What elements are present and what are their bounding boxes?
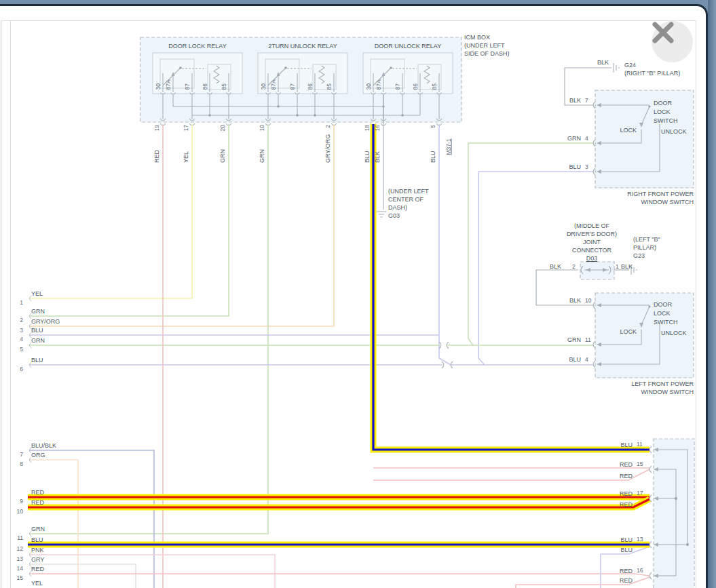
switch-position-label: LOCK [609,328,637,336]
row-number: 12 [14,545,23,553]
icm-wire-label: BLU18 [364,125,371,163]
row-number: 14 [14,565,23,572]
ground-location-label: CENTER OF [388,196,423,203]
wire-color-label: YEL [31,580,43,587]
switch-position-label: LOCK [609,127,637,134]
switch-position-label: UNLOCK [661,128,687,136]
wire-color-label: BLK [559,297,581,305]
wiring-diagram-panel: ICM BOX (UNDER LEFT SIDE OF DASH) DOOR L… [0,0,716,588]
relay-pin-number: 87A [375,73,383,90]
pin-number-label: 1 [616,263,619,271]
ground-location-label: (UNDER LEFT [388,188,429,195]
icm-wire-label: GRN10 [259,125,265,163]
ground-id-label: G23 [633,252,645,260]
ground-location-label: (RIGHT "B" PILLAR) [624,70,680,77]
pin-number-label: 3 [585,163,588,171]
ground-location-label: PILLAR) [633,244,656,252]
row-number: 6 [14,366,23,373]
icm-wire-label: GRY/ORG2 [324,125,331,163]
wire-color-label: BLK [374,151,381,163]
relay-pin-number: 85 [431,73,438,90]
ground-id-label: G24 [624,62,636,69]
component-caption: RIGHT FRONT POWER [577,191,694,198]
row-number: 8 [14,460,23,468]
row-number: 10 [14,508,23,515]
ground-id-label: G03 [388,212,400,220]
pin-number-label: 16 [374,125,381,131]
switch-title: SWITCH [654,319,678,326]
row-number: 13 [14,555,23,563]
row-number: 7 [14,451,23,458]
wire-color-label: GRN [219,149,226,163]
wire-color-label: RED [153,150,160,163]
row-number: 9 [14,498,23,505]
relay-pin-number: 30 [260,73,267,90]
dashed-component-box [654,439,694,588]
wire-color-label: RED [609,490,633,498]
close-icon [652,21,675,44]
wire-color-label: GRN [559,336,581,344]
ground-location-label: DASH) [388,204,407,212]
wiring-diagram-canvas [0,0,716,588]
wire-color-label: BLU [31,327,43,334]
wire-color-label: BLU [31,357,43,364]
wire-color-label: BLU [609,547,633,554]
relay-pin-number: 85 [221,73,228,90]
row-number: 11 [14,534,23,542]
switch-title: DOOR [654,301,672,309]
row-number: 1 [14,299,23,307]
relay-pin-number: 86 [307,73,314,90]
joint-connector-label: (MIDDLE OF [550,222,634,230]
pin-number-label: 17 [183,125,189,131]
wire-color-label: BLU [609,442,633,449]
icm-wire-label: BLU5 [430,125,436,163]
ground-location-label: (LEFT "B" [633,236,660,243]
relay-pin-number: 87 [394,73,402,90]
wire-color-label: RED [609,473,633,480]
wire-color-label: RED [609,461,633,469]
switch-title: LOCK [654,310,671,317]
joint-connector-label: DRIVER'S DOOR) [550,231,634,238]
diagram-viewer-window: { "icm": { "title_lines": ["ICM BOX", "(… [0,0,716,588]
pin-number-label: 10 [585,297,591,305]
joint-connector-label: JOINT [550,239,634,246]
pin-number-label: 5 [430,125,436,128]
relay-pin-number: 86 [412,73,419,90]
pin-number-label: 11 [637,441,643,448]
icm-box-label: (UNDER LEFT [464,42,505,50]
pin-number-label: 19 [153,125,160,131]
wire-color-label: BLU/BLK [31,442,56,450]
row-number: 5 [14,346,23,353]
wire-color-label: GRY/ORG [31,318,60,326]
pin-number-label: 20 [219,125,226,131]
wire-color-label: BLU [430,151,436,163]
pin-number-label: 18 [364,125,371,131]
switch-title: SWITCH [654,117,678,125]
connector-id-label: M37-1 [445,127,453,155]
wire-color-label: BLU [609,536,633,544]
switch-position-label: UNLOCK [661,330,687,337]
joint-connector-label: CONNECTOR [550,247,634,254]
switch-title: LOCK [654,109,671,116]
wire-color-label: GRN [259,149,265,163]
pin-number-label: 7 [585,97,588,104]
wire-color-label: GRY [31,556,44,564]
wire-color-label: BLK [597,59,609,66]
icm-wire-label: YEL17 [183,125,189,163]
wire-color-label: GRY/ORG [324,134,331,163]
pin-number-label: 2 [324,125,331,128]
close-button[interactable] [652,21,693,62]
icm-wire-label: GRN20 [219,125,226,163]
switch-title: DOOR [654,100,672,107]
pin-number-label: 15 [637,460,643,468]
component-caption: LEFT FRONT POWER [577,380,694,388]
pin-number-label: 13 [637,536,643,543]
icm-wire-label: BLK16 [374,125,381,163]
pin-number-label: 2 [572,263,576,271]
pin-number-label: 4 [585,135,588,142]
component-caption: WINDOW SWITCH [577,389,694,396]
pin-number-label: 11 [585,336,591,344]
wire-color-label: BLK [550,263,561,271]
pin-number-label: 10 [259,125,265,131]
wire-color-label: BLU [559,163,581,171]
